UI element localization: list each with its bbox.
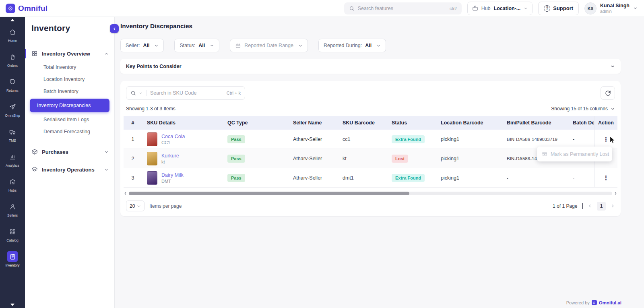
reported-date-range-filter[interactable]: Reported Date Range	[230, 39, 308, 52]
scroll-right-icon[interactable]	[614, 192, 617, 195]
key-points-panel[interactable]: Key Points to Consider	[120, 59, 621, 74]
search-icon	[349, 6, 355, 11]
location-barcode-cell: picking1	[436, 149, 502, 168]
orders-icon	[7, 51, 18, 62]
sidebar-item-inventory-discrepancies[interactable]: Inventory Discrepancies	[30, 99, 109, 112]
key-points-label: Key Points to Consider	[126, 64, 182, 69]
sku-name-link[interactable]: Kurkure	[161, 153, 179, 159]
sidebar-item-serialised-item-logs[interactable]: Serialised Item Logs	[25, 114, 114, 126]
topbar: Omniful ctrl/ Hub Location-... ? Support…	[0, 0, 644, 17]
columns-toggle[interactable]: Showing 15 of 15 columns	[551, 106, 615, 112]
sku-details-cell: Dairy Milk DMT	[142, 168, 223, 187]
page-size-value: 20	[130, 203, 135, 209]
status-badge: Extra Found	[392, 174, 425, 182]
sku-details-cell: Kurkure kt	[142, 149, 223, 168]
row-index: 2	[124, 149, 142, 168]
rail-scroll-down-icon[interactable]	[10, 303, 14, 307]
sku-barcode-cell: kt	[338, 149, 387, 168]
sidebar-item-total-inventory[interactable]: Total Inventory	[25, 61, 114, 73]
status-filter[interactable]: Status: All	[174, 39, 219, 52]
chevron-down-icon[interactable]	[139, 91, 142, 95]
rail-item-label: TMS	[9, 138, 16, 143]
rail-item-tms[interactable]: TMS	[0, 122, 25, 147]
sku-barcode-cell: dmt1	[338, 168, 387, 187]
status-cell: Extra Found	[387, 130, 436, 149]
rail-item-hubs[interactable]: Hubs	[0, 172, 25, 197]
sidebar-item-demand-forecasting[interactable]: Demand Forecasting	[25, 126, 114, 138]
context-menu-item-mark-permanently-lost[interactable]: Mark as Permanently Lost	[551, 151, 609, 157]
sku-name-link[interactable]: Coca Cola	[161, 134, 185, 139]
global-search[interactable]: ctrl/	[344, 2, 462, 14]
row-actions-button[interactable]: ⋮	[601, 173, 611, 183]
sidebar-item-label: Inventory Operations	[42, 167, 95, 173]
status-cell: Lost	[387, 149, 436, 168]
sku-search-input[interactable]	[150, 90, 224, 96]
omniful-logo[interactable]: Omniful	[6, 4, 47, 13]
scrollbar-track[interactable]	[129, 192, 612, 195]
page-size-select[interactable]: 20	[126, 201, 144, 211]
rail-item-inventory[interactable]: Inventory	[0, 247, 25, 272]
chevron-down-icon	[154, 43, 159, 48]
rail-item-omniship[interactable]: OmniShip	[0, 97, 25, 122]
sku-name-link[interactable]: Dairy Milk	[161, 172, 184, 178]
hub-selector[interactable]: Hub Location-...	[467, 2, 533, 15]
filter-placeholder: Reported Date Range	[244, 43, 293, 48]
briefcase-icon	[472, 5, 478, 11]
sidebar-item-purchases[interactable]: Purchases	[25, 145, 114, 159]
column-header-qc-type: QC Type	[223, 116, 288, 130]
location-barcode-cell: picking1	[436, 130, 502, 149]
search-icon	[130, 90, 136, 96]
support-button[interactable]: ? Support	[538, 2, 579, 15]
reported-during-filter[interactable]: Reported During: All	[318, 39, 386, 52]
rail-item-orders[interactable]: Orders	[0, 47, 25, 72]
product-thumbnail	[147, 132, 157, 146]
rail-item-analytics[interactable]: Analytics	[0, 147, 25, 172]
hub-value: Location-...	[494, 6, 521, 11]
footer-brand-link[interactable]: Omniful.ai	[599, 300, 621, 305]
rail-item-label: Home	[8, 39, 17, 43]
column-header-location-barcode: Location Barcode	[436, 116, 502, 130]
chevron-down-icon	[524, 6, 528, 10]
seller-name-cell: Atharv-Seller	[288, 168, 338, 187]
next-page-button[interactable]	[611, 204, 615, 208]
page-number-button[interactable]: 1	[597, 202, 606, 211]
column-header-action: Action	[594, 116, 617, 130]
row-context-menu[interactable]: Mark as Permanently Lost	[537, 147, 612, 161]
rail-item-home[interactable]: Home	[0, 22, 25, 47]
sku-search[interactable]: Ctrl + k	[126, 86, 245, 100]
pagination-bar: 20 Items per page 1 of 1 Page 1	[120, 201, 621, 211]
row-actions-button[interactable]: ⋮	[601, 134, 611, 145]
refresh-button[interactable]	[601, 86, 615, 100]
rail-item-catalog[interactable]: Catalog	[0, 222, 25, 247]
sidebar-item-inventory-operations[interactable]: Inventory Operations	[25, 163, 114, 176]
column-header-sku-barcode: SKU Barcode	[338, 116, 387, 130]
sidebar-item-inventory-overview[interactable]: Inventory Overview	[25, 47, 114, 60]
sidebar-item-location-inventory[interactable]: Location Inventory	[25, 73, 114, 85]
action-cell: ⋮	[594, 130, 617, 149]
help-icon: ?	[544, 5, 550, 12]
scroll-left-icon[interactable]	[124, 192, 127, 195]
global-search-input[interactable]	[358, 6, 446, 11]
scrollbar-thumb[interactable]	[129, 192, 409, 195]
sidebar-item-label: Purchases	[42, 149, 68, 155]
user-menu[interactable]: KS Kunal Singh admin	[584, 2, 638, 14]
analytics-icon	[7, 151, 18, 162]
support-label: Support	[553, 5, 573, 11]
seller-filter[interactable]: Seller: All	[120, 39, 164, 52]
hub-label: Hub	[481, 6, 491, 11]
sidebar-item-batch-inventory[interactable]: Batch Inventory	[25, 85, 114, 97]
avatar: KS	[584, 2, 597, 14]
rail-scroll-up-icon[interactable]	[10, 18, 14, 22]
sidebar-collapse-button[interactable]	[110, 24, 119, 33]
chevron-down-icon	[210, 43, 214, 48]
rail-item-label: Catalog	[6, 238, 18, 242]
layers-icon	[31, 166, 38, 173]
filter-label: Seller:	[126, 43, 140, 48]
rail-item-sellers[interactable]: Sellers	[0, 197, 25, 222]
previous-page-button[interactable]	[588, 204, 592, 208]
rail-item-returns[interactable]: Returns	[0, 72, 25, 97]
table-row: 3 Dairy Milk DMT Pass Atharv-Seller dmt1	[124, 168, 617, 188]
chevron-down-icon	[104, 150, 109, 154]
returns-icon	[7, 76, 18, 87]
filter-bar: Seller: All Status: All Reported Date Ra…	[120, 39, 621, 52]
